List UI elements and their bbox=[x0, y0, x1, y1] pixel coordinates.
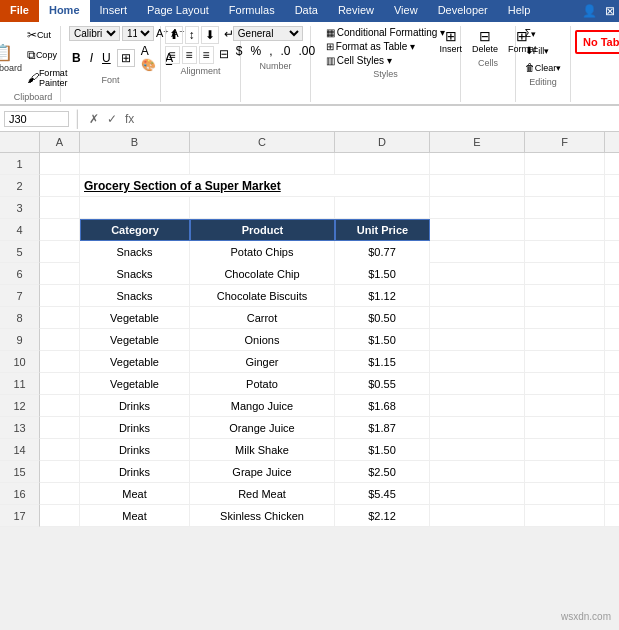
tab-view[interactable]: View bbox=[384, 0, 428, 22]
tab-help[interactable]: Help bbox=[498, 0, 541, 22]
font-family-select[interactable]: Calibri bbox=[69, 26, 120, 41]
col-header-e: E bbox=[430, 132, 525, 152]
number-row: $ % , .0 .00 bbox=[233, 43, 318, 59]
cell-b3[interactable] bbox=[80, 197, 190, 219]
align-left-button[interactable]: ≡ bbox=[165, 46, 180, 64]
editing-group: Σ ▾ ⬇ Fill▾ 🗑 Clear▾ Editing bbox=[516, 26, 571, 102]
row-13: 13 bbox=[0, 417, 40, 439]
cell-a4[interactable] bbox=[40, 219, 80, 241]
row-15: 15 bbox=[0, 461, 40, 483]
tab-data[interactable]: Data bbox=[285, 0, 328, 22]
cell-reference-box[interactable] bbox=[4, 111, 69, 127]
align-middle-button[interactable]: ↕ bbox=[185, 26, 199, 44]
tab-file[interactable]: File bbox=[0, 0, 39, 22]
insert-function-icon[interactable]: fx bbox=[123, 112, 136, 126]
cell-f1[interactable] bbox=[525, 153, 605, 175]
percent-button[interactable]: % bbox=[247, 43, 264, 59]
alignment-row1: ⬆ ↕ ⬇ ↵ bbox=[165, 26, 237, 44]
cell-e4[interactable] bbox=[430, 219, 525, 241]
tab-insert[interactable]: Insert bbox=[90, 0, 138, 22]
cell-d1[interactable] bbox=[335, 153, 430, 175]
tab-formulas[interactable]: Formulas bbox=[219, 0, 285, 22]
table-row: Vegetable Ginger $1.15 bbox=[40, 351, 619, 373]
cell-e1[interactable] bbox=[430, 153, 525, 175]
decrease-decimal-button[interactable]: .0 bbox=[278, 43, 294, 59]
cell-a3[interactable] bbox=[40, 197, 80, 219]
tab-home[interactable]: Home bbox=[39, 0, 90, 22]
table-row: Meat Skinless Chicken $2.12 bbox=[40, 505, 619, 527]
paste-button[interactable]: 📋 Clipboard bbox=[0, 41, 21, 74]
cell-d3[interactable] bbox=[335, 197, 430, 219]
row-14: 14 bbox=[0, 439, 40, 461]
clear-label: Clear▾ bbox=[535, 63, 562, 73]
comma-button[interactable]: , bbox=[266, 43, 275, 59]
clear-button[interactable]: 🗑 Clear▾ bbox=[521, 60, 566, 75]
cell-b2[interactable]: Grocery Section of a Super Market bbox=[80, 175, 430, 197]
tab-review[interactable]: Review bbox=[328, 0, 384, 22]
clipboard-group: 📋 Clipboard ✂ Cut ⧉ Copy 🖌 Format Painte… bbox=[6, 26, 61, 102]
row-6: 6 bbox=[0, 263, 40, 285]
cell-e2[interactable] bbox=[430, 175, 525, 197]
font-size-select[interactable]: 11 bbox=[122, 26, 154, 41]
format-as-table-button[interactable]: ⊞ Format as Table ▾ bbox=[322, 40, 449, 53]
tab-developer[interactable]: Developer bbox=[428, 0, 498, 22]
delete-cells-button[interactable]: ⊟ Delete bbox=[468, 26, 502, 56]
spreadsheet-body: 1 2 3 4 5 6 7 8 9 10 11 12 13 14 15 16 1… bbox=[0, 153, 619, 527]
table-row: Grocery Section of a Super Market bbox=[40, 175, 619, 197]
fill-color-button[interactable]: A🎨 bbox=[138, 43, 159, 73]
table-row: Drinks Milk Shake $1.50 bbox=[40, 439, 619, 461]
no-table-design-button[interactable]: No Table Design bbox=[575, 30, 619, 54]
insert-cells-icon: ⊞ bbox=[445, 28, 457, 44]
cell-a1[interactable] bbox=[40, 153, 80, 175]
cell-c3[interactable] bbox=[190, 197, 335, 219]
row-8: 8 bbox=[0, 307, 40, 329]
account-icon[interactable]: 👤 bbox=[578, 0, 601, 22]
cut-icon: ✂ bbox=[27, 28, 37, 42]
tab-page-layout[interactable]: Page Layout bbox=[137, 0, 219, 22]
cell-f3[interactable] bbox=[525, 197, 605, 219]
italic-button[interactable]: I bbox=[87, 50, 96, 66]
bold-button[interactable]: B bbox=[69, 50, 84, 66]
confirm-formula-icon[interactable]: ✓ bbox=[105, 112, 119, 126]
insert-cells-button[interactable]: ⊞ Insert bbox=[435, 26, 466, 56]
cell-styles-button[interactable]: ▥ Cell Styles ▾ bbox=[322, 54, 449, 67]
cell-a2[interactable] bbox=[40, 175, 80, 197]
fill-button[interactable]: ⬇ Fill▾ bbox=[521, 43, 566, 58]
paste-label: Clipboard bbox=[0, 63, 22, 73]
conditional-formatting-icon: ▦ bbox=[326, 27, 335, 38]
font-row1: Calibri 11 A⁺ A⁻ bbox=[69, 26, 152, 41]
table-row: Snacks Chocolate Chip $1.50 bbox=[40, 263, 619, 285]
number-format-select[interactable]: General bbox=[233, 26, 303, 41]
merge-center-button[interactable]: ⊟ bbox=[216, 46, 232, 64]
row-10: 10 bbox=[0, 351, 40, 373]
currency-button[interactable]: $ bbox=[233, 43, 246, 59]
align-top-button[interactable]: ⬆ bbox=[165, 26, 183, 44]
cell-b4-header[interactable]: Category bbox=[80, 219, 190, 241]
autosum-button[interactable]: Σ ▾ bbox=[521, 26, 566, 41]
cells-label: Cells bbox=[478, 58, 498, 68]
formula-input[interactable] bbox=[140, 111, 615, 127]
table-row: Snacks Potato Chips $0.77 bbox=[40, 241, 619, 263]
ribbon-share[interactable]: ⊠ bbox=[601, 0, 619, 22]
spreadsheet: A B C D E F 1 2 3 4 5 6 7 8 9 10 11 12 1… bbox=[0, 132, 619, 527]
align-right-button[interactable]: ≡ bbox=[199, 46, 214, 64]
ribbon: File Home Insert Page Layout Formulas Da… bbox=[0, 0, 619, 106]
clipboard-label: Clipboard bbox=[14, 92, 53, 102]
cancel-formula-icon[interactable]: ✗ bbox=[87, 112, 101, 126]
underline-button[interactable]: U bbox=[99, 50, 114, 66]
row-4: 4 bbox=[0, 219, 40, 241]
col-header-d: D bbox=[335, 132, 430, 152]
cell-c1[interactable] bbox=[190, 153, 335, 175]
align-bottom-button[interactable]: ⬇ bbox=[201, 26, 219, 44]
cell-d4-header[interactable]: Unit Price bbox=[335, 219, 430, 241]
editing-label: Editing bbox=[529, 77, 557, 87]
cell-e3[interactable] bbox=[430, 197, 525, 219]
border-button[interactable]: ⊞ bbox=[117, 49, 135, 67]
cell-c4-header[interactable]: Product bbox=[190, 219, 335, 241]
table-row: Meat Red Meat $5.45 bbox=[40, 483, 619, 505]
conditional-formatting-button[interactable]: ▦ Conditional Formatting ▾ bbox=[322, 26, 449, 39]
cell-b1[interactable] bbox=[80, 153, 190, 175]
cell-f2[interactable] bbox=[525, 175, 605, 197]
cell-f4[interactable] bbox=[525, 219, 605, 241]
align-center-button[interactable]: ≡ bbox=[182, 46, 197, 64]
